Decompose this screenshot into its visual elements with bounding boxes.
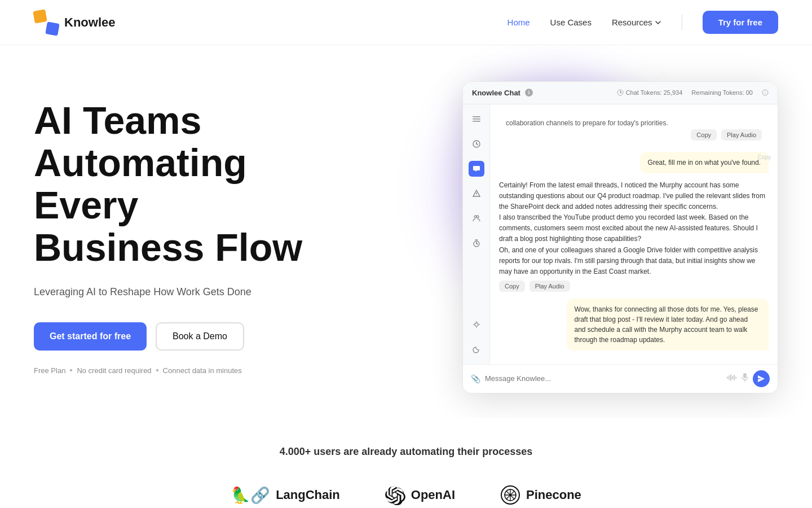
- pinecone-logo: Pinecone: [500, 485, 581, 505]
- chat-topbar-right: Chat Tokens: 25,934 Remaining Tokens: 00…: [617, 89, 769, 96]
- microphone-icon[interactable]: [742, 373, 748, 384]
- svg-rect-18: [729, 375, 730, 380]
- social-proof-text: 4.000+ users are already automating thei…: [34, 446, 778, 458]
- svg-rect-23: [743, 373, 747, 378]
- msg-system-1: collaboration channels to prepare for to…: [499, 113, 769, 145]
- msg-ai-1: Certainly! From the latest email threads…: [499, 180, 769, 292]
- msg-copy-btn-1[interactable]: Copy: [691, 129, 717, 141]
- msg-user-wrapper-2: Wow, thanks for connecting all those dot…: [499, 299, 769, 351]
- openai-icon: [385, 485, 405, 505]
- svg-text:i: i: [765, 91, 766, 95]
- logo-text: Knowlee: [64, 15, 115, 30]
- nav-resources[interactable]: Resources: [612, 17, 661, 27]
- pinecone-icon: [500, 485, 520, 505]
- hero-buttons: Get started for free Book a Demo: [34, 322, 350, 351]
- msg-user-2: Wow, thanks for connecting all those dot…: [567, 299, 769, 351]
- svg-rect-22: [735, 376, 736, 379]
- side-icon-timer[interactable]: [469, 235, 484, 251]
- attachment-icon[interactable]: 📎: [471, 374, 480, 383]
- logo-orange-square: [33, 9, 47, 23]
- clock-icon: [617, 89, 624, 96]
- chat-window: Knowlee Chat i Chat Tokens: 25,934 Remai…: [462, 81, 778, 393]
- svg-rect-4: [473, 119, 480, 120]
- ai-actions-1: Copy Play Audio: [499, 281, 769, 292]
- chat-input-bar: 📎: [463, 364, 778, 393]
- svg-rect-21: [734, 375, 735, 380]
- openai-logo: OpenAI: [385, 485, 455, 505]
- ai-audio-btn[interactable]: Play Audio: [529, 281, 570, 292]
- nav-home[interactable]: Home: [508, 17, 530, 27]
- chat-send-button[interactable]: [753, 370, 770, 387]
- side-icon-moon[interactable]: [469, 341, 484, 357]
- logo-blue-square: [45, 21, 59, 36]
- msg-user-wrapper-1: Great, fill me in on what you've found. …: [499, 152, 769, 173]
- hero-footnote: Free Plan No credit card required Connec…: [34, 366, 350, 375]
- footnote-dot-1: [70, 369, 72, 371]
- side-icon-sun[interactable]: [469, 317, 484, 332]
- chat-info-icon: i: [525, 89, 533, 97]
- chat-topbar-left: Knowlee Chat i: [472, 89, 533, 97]
- send-icon: [757, 375, 765, 383]
- logo-icon: [34, 10, 59, 35]
- remaining-tokens: Remaining Tokens: 00: [691, 89, 753, 96]
- svg-rect-3: [473, 116, 480, 117]
- hero-subtitle: Leveraging AI to Reshape How Work Gets D…: [34, 284, 350, 300]
- chat-side-icons: [463, 104, 490, 364]
- footnote-free-plan: Free Plan: [34, 366, 65, 375]
- chevron-down-icon: [655, 19, 661, 26]
- svg-point-12: [475, 323, 478, 326]
- hero-section: AI Teams Automating Every Business Flow …: [0, 45, 812, 418]
- social-proof-section: 4.000+ users are already automating thei…: [0, 418, 812, 508]
- info-icon: i: [762, 89, 769, 96]
- svg-point-8: [476, 195, 476, 195]
- ai-text: Certainly! From the latest email threads…: [499, 180, 769, 278]
- msg-actions-1: Copy Play Audio: [506, 129, 762, 141]
- side-icon-menu[interactable]: [469, 111, 484, 127]
- chat-body: collaboration channels to prepare for to…: [490, 104, 778, 364]
- navbar: Knowlee Home Use Cases Resources Try for…: [0, 0, 812, 45]
- footnote-no-cc: No credit card required: [77, 366, 151, 375]
- side-icon-warning[interactable]: [469, 186, 484, 202]
- logos-row: 🦜🔗 LangChain OpenAI Pinecone: [34, 485, 778, 505]
- book-demo-button[interactable]: Book a Demo: [156, 322, 244, 351]
- msg-user-1: Great, fill me in on what you've found.: [640, 152, 769, 173]
- nav-links: Home Use Cases Resources Try for free: [508, 11, 778, 34]
- chat-sidebar: collaboration channels to prepare for to…: [463, 104, 778, 364]
- hero-right: Knowlee Chat i Chat Tokens: 25,934 Remai…: [350, 81, 778, 393]
- try-for-free-button[interactable]: Try for free: [703, 11, 778, 34]
- user-msg-copy[interactable]: Copy: [758, 154, 771, 160]
- side-icon-chat[interactable]: [469, 161, 484, 177]
- hero-left: AI Teams Automating Every Business Flow …: [34, 99, 350, 374]
- side-icon-clock[interactable]: [469, 136, 484, 152]
- hero-title: AI Teams Automating Every Business Flow: [34, 99, 350, 268]
- nav-divider: [682, 15, 682, 30]
- svg-rect-5: [473, 121, 480, 122]
- langchain-icon: 🦜🔗: [231, 486, 270, 505]
- chat-title: Knowlee Chat: [472, 89, 520, 97]
- nav-use-cases[interactable]: Use Cases: [550, 17, 592, 27]
- get-started-button[interactable]: Get started for free: [34, 322, 147, 351]
- logo[interactable]: Knowlee: [34, 10, 115, 35]
- footnote-connect: Connect data in minutes: [163, 366, 242, 375]
- side-icon-users[interactable]: [469, 211, 484, 226]
- chat-input-actions: [727, 370, 770, 387]
- chat-tokens: Chat Tokens: 25,934: [617, 89, 683, 96]
- footnote-dot-2: [156, 369, 158, 371]
- svg-point-10: [476, 216, 479, 218]
- svg-rect-19: [730, 374, 731, 381]
- waveform-icon[interactable]: [727, 374, 737, 384]
- ai-copy-btn[interactable]: Copy: [499, 281, 525, 292]
- svg-rect-20: [732, 376, 733, 379]
- chat-topbar: Knowlee Chat i Chat Tokens: 25,934 Remai…: [463, 82, 778, 104]
- msg-audio-btn-1[interactable]: Play Audio: [721, 129, 762, 141]
- langchain-logo: 🦜🔗 LangChain: [231, 486, 340, 505]
- chat-input-field[interactable]: [485, 374, 722, 383]
- svg-rect-17: [727, 376, 728, 379]
